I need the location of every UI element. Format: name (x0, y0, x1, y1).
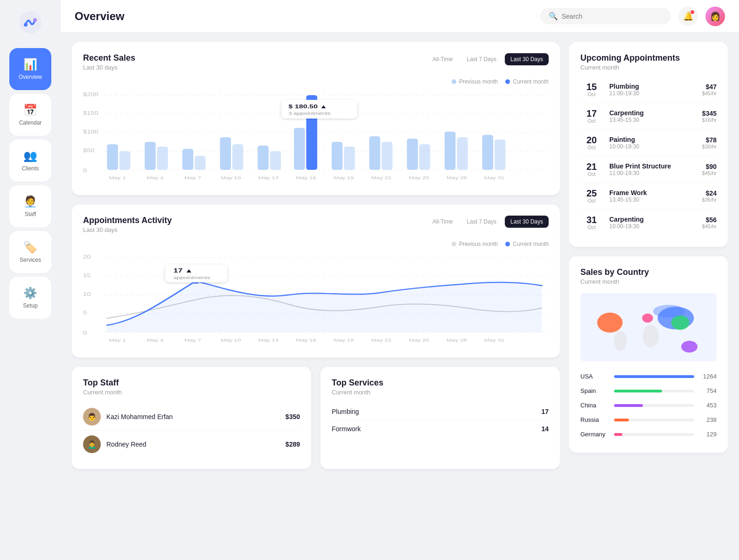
country-bar-fill-0 (614, 375, 694, 378)
appt-amount-1: $345 (702, 110, 717, 117)
search-icon: 🔍 (549, 12, 558, 21)
appt-filter-all-time-btn[interactable]: All-Time (427, 216, 459, 228)
appt-date-5: 31 Oct (580, 215, 603, 230)
bottom-row: Top Staff Current month 👨 Kazi Mohammed … (72, 367, 560, 469)
svg-rect-30 (419, 144, 430, 170)
country-bar-fill-1 (614, 390, 662, 392)
top-services-list: Plumbing 17 Formwork 14 (332, 403, 549, 437)
svg-text:appointments: appointments (174, 275, 211, 280)
svg-rect-33 (482, 135, 493, 170)
svg-rect-28 (382, 142, 392, 170)
svg-text:5: 5 (83, 310, 87, 315)
sidebar-item-overview[interactable]: 📊 Overview (9, 48, 51, 90)
country-bar-bg-0 (614, 375, 694, 378)
upcoming-appointments-title: Upcoming Appointments (580, 53, 717, 63)
svg-text:20: 20 (83, 254, 91, 259)
appt-legend-dot-previous (452, 242, 456, 246)
appointment-item-2: 20 Oct Painting 10:00-19:30 $78 $30/hr (580, 130, 717, 156)
appt-name-5: Carpenting (609, 216, 702, 223)
appt-rate-2: $30/hr (702, 144, 717, 149)
svg-text:May 7: May 7 (184, 175, 201, 180)
staff-amount-0: $350 (286, 413, 300, 420)
search-box[interactable]: 🔍 (540, 8, 671, 24)
country-name-4: Germany (580, 431, 608, 438)
appt-day-0: 15 (580, 82, 603, 91)
appt-price-2: $78 $30/hr (702, 136, 717, 149)
appt-filter-30days-btn[interactable]: Last 30 Days (505, 216, 549, 228)
calendar-icon: 📅 (23, 104, 37, 117)
filter-30days-btn[interactable]: Last 30 Days (505, 53, 549, 65)
world-map-svg (580, 290, 717, 364)
country-item-2: China 453 (580, 398, 717, 413)
svg-rect-14 (119, 151, 130, 170)
appointments-activity-filters: All-Time Last 7 Days Last 30 Days (427, 216, 549, 228)
country-bar-bg-3 (614, 419, 694, 421)
svg-point-82 (642, 325, 659, 348)
country-item-4: Germany 129 (580, 427, 717, 441)
notification-button[interactable]: 🔔 (678, 7, 698, 26)
sidebar: 📊 Overview 📅 Calendar 👥 Clients 🧑‍💼 Staf… (0, 0, 61, 560)
svg-point-79 (671, 315, 690, 330)
appt-time-4: 13:45-15:30 (609, 196, 702, 203)
top-staff-title: Top Staff (83, 378, 300, 388)
appt-month-0: Oct (580, 91, 603, 97)
staff-amount-1: $289 (286, 441, 300, 448)
setup-icon: ⚙️ (23, 287, 37, 300)
content-area: Recent Sales Last 30 days All-Time Last … (61, 33, 739, 560)
sidebar-item-setup[interactable]: ⚙️ Setup (9, 277, 51, 319)
appt-legend-current: Current month (505, 241, 549, 247)
sidebar-item-services[interactable]: 🏷️ Services (9, 231, 51, 273)
sidebar-item-label-clients: Clients (22, 165, 39, 172)
country-item-3: Russia 238 (580, 413, 717, 427)
appt-filter-7days-btn[interactable]: Last 7 Days (461, 216, 502, 228)
header: Overview 🔍 🔔 👩 (61, 0, 739, 33)
svg-text:$ 180.50 ▲: $ 180.50 ▲ (288, 104, 327, 110)
svg-text:$100: $100 (83, 129, 98, 134)
appt-date-1: 17 Oct (580, 109, 603, 124)
country-name-2: China (580, 402, 608, 409)
appt-day-3: 21 (580, 162, 603, 171)
svg-rect-18 (195, 156, 205, 170)
country-bar-fill-4 (614, 433, 622, 436)
avatar[interactable]: 👩 (705, 7, 725, 26)
appointments-activity-chart: 20 15 10 5 0 (83, 253, 549, 346)
appt-date-3: 21 Oct (580, 162, 603, 177)
country-count-4: 129 (700, 431, 717, 438)
svg-rect-34 (495, 140, 505, 170)
svg-text:0: 0 (83, 168, 87, 173)
country-item-0: USA 1264 (580, 369, 717, 384)
appt-date-2: 20 Oct (580, 135, 603, 150)
appt-month-4: Oct (580, 198, 603, 203)
appt-legend-label-current: Current month (513, 241, 549, 247)
filter-all-time-btn[interactable]: All-Time (427, 53, 459, 65)
appointment-item-1: 17 Oct Carpenting 13:45-15:30 $345 $16/h… (580, 103, 717, 130)
appt-legend-previous: Previous month (452, 241, 498, 247)
service-item-0: Plumbing 17 (332, 403, 549, 420)
filter-7days-btn[interactable]: Last 7 Days (461, 53, 502, 65)
country-bar-fill-2 (614, 404, 643, 407)
sidebar-item-staff[interactable]: 🧑‍💼 Staff (9, 185, 51, 227)
svg-text:$50: $50 (83, 148, 94, 153)
svg-rect-17 (182, 149, 193, 170)
svg-text:May 25: May 25 (409, 175, 429, 180)
sidebar-item-label-overview: Overview (19, 74, 42, 80)
svg-text:May 4: May 4 (146, 175, 163, 180)
country-count-2: 453 (700, 402, 717, 409)
top-staff-list: 👨 Kazi Mohammed Erfan $350 👨‍🦱 Rodney Re… (83, 403, 300, 458)
upcoming-appointments-list: 15 Oct Plumbing 11:00-19:30 $47 $45/hr (580, 77, 717, 236)
appt-day-5: 31 (580, 215, 603, 224)
svg-text:$200: $200 (83, 92, 98, 97)
svg-point-1 (24, 23, 28, 27)
appt-legend-label-previous: Previous month (459, 241, 498, 247)
legend-label-current: Current month (513, 78, 549, 85)
staff-name-1: Rodney Reed (106, 441, 286, 448)
svg-point-80 (681, 341, 697, 352)
appointment-item-5: 31 Oct Carpenting 10:00-19:30 $56 $45/hr (580, 210, 717, 236)
svg-text:May 1: May 1 (109, 175, 126, 180)
search-input[interactable] (562, 13, 662, 20)
svg-text:May 31: May 31 (484, 175, 504, 180)
legend-dot-previous (452, 79, 456, 84)
sidebar-item-calendar[interactable]: 📅 Calendar (9, 94, 51, 136)
sidebar-item-clients[interactable]: 👥 Clients (9, 140, 51, 182)
recent-sales-subtitle: Last 30 days (83, 64, 135, 71)
